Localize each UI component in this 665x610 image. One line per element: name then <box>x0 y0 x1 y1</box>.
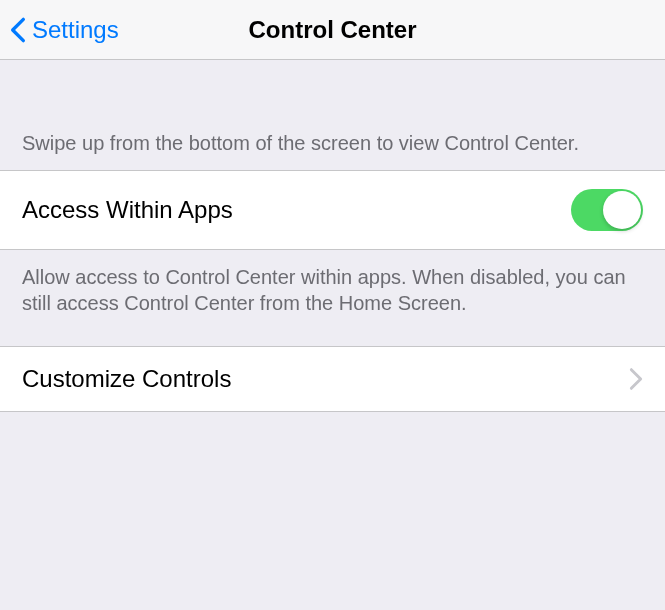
navigation-bar: Settings Control Center <box>0 0 665 60</box>
access-within-apps-row: Access Within Apps <box>0 170 665 250</box>
access-within-apps-footer: Allow access to Control Center within ap… <box>0 250 665 346</box>
customize-controls-label: Customize Controls <box>22 365 231 393</box>
toggle-knob <box>603 191 641 229</box>
page-title: Control Center <box>249 16 417 44</box>
access-within-apps-label: Access Within Apps <box>22 196 233 224</box>
intro-description: Swipe up from the bottom of the screen t… <box>0 100 665 170</box>
customize-controls-row[interactable]: Customize Controls <box>0 346 665 412</box>
back-button[interactable]: Settings <box>10 16 119 44</box>
chevron-left-icon <box>10 16 26 44</box>
back-label: Settings <box>32 16 119 44</box>
chevron-right-icon <box>629 367 643 391</box>
access-within-apps-toggle[interactable] <box>571 189 643 231</box>
